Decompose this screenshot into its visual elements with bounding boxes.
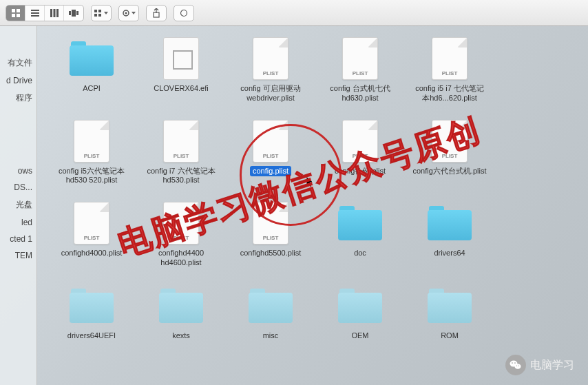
share-button[interactable] [147,5,166,21]
file-label: confighd4000.plist [59,248,125,259]
plist-file-icon [163,202,199,244]
wechat-icon [505,355,526,375]
plist-file-icon [74,202,109,244]
file-item[interactable]: ACPI [51,37,132,104]
plist-file-icon [253,202,288,244]
file-label: config i7 六代笔记本hd530.plist [140,166,222,187]
sidebar-item[interactable]: ows [0,163,36,179]
plist-file-icon [253,120,288,163]
file-label: misc [260,331,282,342]
plist-file-icon [342,37,378,80]
file-label: config 可启用驱动webdriver.plist [230,83,311,104]
sidebar-item[interactable]: d Drive [0,72,36,89]
folder-icon [426,287,473,324]
svg-rect-16 [98,14,101,17]
file-item[interactable]: config.plist [230,119,311,187]
plist-file-icon [432,37,468,80]
file-item[interactable]: confighd5500.plist [230,201,311,269]
file-item[interactable]: config i7 六代笔记本hd530.plist [140,119,222,187]
file-item[interactable]: drivers64UEFI [51,284,132,342]
svg-rect-7 [50,9,52,17]
file-item[interactable]: ROM [409,284,490,342]
svg-rect-12 [76,11,78,15]
file-item[interactable]: confighd4400 hd4600.plist [140,201,222,269]
sidebar-item[interactable]: DS... [0,179,36,196]
sidebar-item[interactable]: 有文件 [0,54,36,72]
file-label: doc [351,248,369,259]
sidebar-item[interactable]: cted 1 [0,231,36,247]
file-label: confighd5500.plist [238,248,304,259]
plist-file-icon [163,120,199,163]
file-item[interactable]: OEM [319,284,401,342]
file-browser-content: ACPICLOVERX64.eficonfig 可启用驱动webdriver.p… [37,26,588,385]
svg-rect-13 [94,10,97,12]
svg-rect-9 [56,9,59,17]
sidebar-item[interactable]: 光盘 [0,196,36,214]
action-group[interactable] [118,5,139,21]
action-button[interactable] [119,5,138,21]
svg-rect-11 [72,10,76,17]
file-item[interactable]: confighd4000.plist [51,201,132,269]
svg-point-20 [181,10,187,16]
file-item[interactable]: config 台式机七代hd630.plist [319,37,401,104]
view-column-button[interactable] [45,5,64,21]
file-label: kexts [169,331,193,342]
file-label: OEM [348,331,371,342]
file-item[interactable]: doc [319,201,401,269]
svg-rect-14 [98,10,101,12]
plist-file-icon [253,37,288,80]
file-label: config i5 i7 七代笔记本hd6...620.plist [409,83,490,104]
file-label: drivers64 [431,248,468,259]
svg-rect-3 [17,14,20,17]
view-mode-group [6,5,84,21]
file-item[interactable]: misc [230,284,311,342]
arrange-group[interactable] [91,5,112,21]
svg-rect-19 [154,12,159,17]
plist-file-icon [432,120,468,163]
plist-file-icon [342,120,378,163]
view-coverflow-button[interactable] [64,5,83,21]
footer-label: 电脑学习 [530,358,574,373]
sidebar-item[interactable]: 程序 [0,89,36,107]
file-item[interactable]: config i5 i7 七代笔记本hd6...620.plist [409,37,490,104]
view-icon-button[interactable] [6,5,25,21]
svg-point-22 [515,364,521,369]
file-label: confighd4400 hd4600.plist [140,248,222,269]
folder-icon [68,287,115,324]
svg-point-23 [512,362,513,364]
file-label: config六代台式机.plist [410,166,490,177]
svg-point-26 [518,365,519,366]
file-item[interactable]: config备份.plist [319,119,401,187]
file-item[interactable]: config六代台式机.plist [409,119,490,187]
svg-rect-0 [12,9,15,12]
file-item[interactable]: config i5六代笔记本hd530 520.plist [51,119,132,187]
file-label: config i5六代笔记本hd530 520.plist [51,166,132,187]
folder-icon [337,205,384,242]
svg-rect-10 [69,11,71,15]
file-label: config 台式机七代hd630.plist [319,83,401,104]
share-group[interactable] [146,5,167,21]
tags-group[interactable] [174,5,194,21]
svg-rect-4 [31,10,39,11]
file-item[interactable]: kexts [140,284,222,342]
finder-toolbar [0,0,588,26]
file-item[interactable]: CLOVERX64.efi [140,37,222,104]
file-label: config.plist [250,166,291,177]
sidebar-item[interactable]: led [0,214,36,231]
svg-rect-2 [12,14,15,17]
svg-rect-5 [31,12,39,14]
sidebar-item[interactable]: TEM [0,247,36,264]
plist-file-icon [74,120,109,163]
folder-icon [158,287,204,324]
view-list-button[interactable] [25,5,45,21]
svg-point-25 [516,365,517,366]
folder-icon [426,205,473,242]
file-label: ROM [438,331,461,342]
svg-rect-6 [31,15,39,17]
tags-button[interactable] [174,5,193,21]
folder-icon [247,287,294,324]
arrange-button[interactable] [92,5,111,21]
file-item[interactable]: drivers64 [409,201,490,269]
file-item[interactable]: config 可启用驱动webdriver.plist [230,37,311,104]
svg-rect-8 [53,9,55,17]
